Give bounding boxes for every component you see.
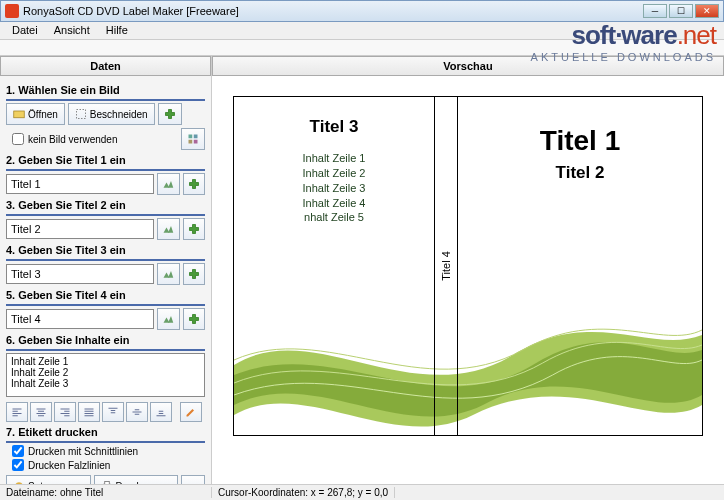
right-panel: Vorschau Titel 3 Inhalt Zeile 1 Inhalt Z… [212, 56, 724, 484]
title-4-input[interactable] [6, 309, 154, 329]
window-title: RonyaSoft CD DVD Label Maker [Freeware] [23, 5, 643, 17]
left-panel-header: Daten [0, 56, 211, 76]
title-2-add-button[interactable] [183, 218, 206, 240]
status-filename: Dateiname: ohne Titel [0, 487, 212, 498]
close-button[interactable]: ✕ [695, 4, 719, 18]
svg-rect-5 [194, 140, 198, 144]
add-image-button[interactable] [158, 103, 182, 125]
section-7-label: 7. Etikett drucken [6, 426, 205, 438]
svg-rect-4 [189, 140, 193, 144]
toolbar [0, 40, 724, 56]
svg-marker-7 [168, 181, 173, 188]
svg-marker-9 [168, 226, 173, 233]
title-1-add-button[interactable] [183, 173, 206, 195]
svg-marker-11 [168, 271, 173, 278]
svg-point-14 [15, 482, 23, 484]
minimize-button[interactable]: ─ [643, 4, 667, 18]
cover-front: Titel 1 Titel 2 [458, 97, 702, 435]
menubar: Datei Ansicht Hilfe [0, 22, 724, 40]
preview-area[interactable]: Titel 3 Inhalt Zeile 1 Inhalt Zeile 2 In… [212, 76, 724, 484]
print-cutlines-checkbox[interactable]: Drucken mit Schnittlinien [12, 445, 205, 457]
title-3-add-button[interactable] [183, 263, 206, 285]
print-foldlines-checkbox[interactable]: Drucken Falzlinien [12, 459, 205, 471]
title-3-input[interactable] [6, 264, 154, 284]
title-3-style-button[interactable] [157, 263, 180, 285]
svg-rect-16 [104, 482, 109, 485]
title-2-input[interactable] [6, 219, 154, 239]
title-1-input[interactable] [6, 174, 154, 194]
status-cursor: Cursor-Koordinaten: x = 267,8; y = 0,0 [212, 487, 395, 498]
section-1-label: 1. Wählen Sie ein Bild [6, 84, 205, 96]
section-2-label: 2. Geben Sie Titel 1 ein [6, 154, 205, 166]
title-1-style-button[interactable] [157, 173, 180, 195]
svg-rect-2 [189, 135, 193, 139]
edit-content-button[interactable] [180, 402, 202, 422]
cover-back: Titel 3 Inhalt Zeile 1 Inhalt Zeile 2 In… [234, 97, 434, 435]
menu-file[interactable]: Datei [4, 22, 46, 39]
front-title-1: Titel 1 [458, 125, 702, 157]
svg-rect-0 [14, 111, 25, 118]
maximize-button[interactable]: ☐ [669, 4, 693, 18]
svg-rect-1 [76, 110, 85, 119]
no-image-checkbox[interactable]: kein Bild verwenden [12, 133, 118, 145]
open-button[interactable]: Öffnen [6, 103, 65, 125]
spine-title: Titel 4 [440, 251, 452, 281]
valign-top-button[interactable] [102, 402, 124, 422]
title-2-style-button[interactable] [157, 218, 180, 240]
print-dropdown-button[interactable] [181, 475, 205, 484]
title-4-style-button[interactable] [157, 308, 180, 330]
valign-middle-button[interactable] [126, 402, 148, 422]
setup-button[interactable]: Setup [6, 475, 91, 484]
align-center-button[interactable] [30, 402, 52, 422]
menu-help[interactable]: Hilfe [98, 22, 136, 39]
content-textarea[interactable]: Inhalt Zeile 1 Inhalt Zeile 2 Inhalt Zei… [6, 353, 205, 397]
right-panel-header: Vorschau [212, 56, 724, 76]
status-bar: Dateiname: ohne Titel Cursor-Koordinaten… [0, 484, 724, 500]
align-right-button[interactable] [54, 402, 76, 422]
valign-bottom-button[interactable] [150, 402, 172, 422]
align-justify-button[interactable] [78, 402, 100, 422]
align-left-button[interactable] [6, 402, 28, 422]
cover-spine: Titel 4 [434, 97, 458, 435]
back-content: Inhalt Zeile 1 Inhalt Zeile 2 Inhalt Zei… [234, 151, 434, 225]
print-button[interactable]: Drucken [94, 475, 179, 484]
left-panel: Daten 1. Wählen Sie ein Bild Öffnen Besc… [0, 56, 212, 484]
titlebar: RonyaSoft CD DVD Label Maker [Freeware] … [0, 0, 724, 22]
app-icon [5, 4, 19, 18]
cover-preview: Titel 3 Inhalt Zeile 1 Inhalt Zeile 2 In… [233, 96, 703, 436]
crop-button[interactable]: Beschneiden [68, 103, 155, 125]
front-title-2: Titel 2 [458, 163, 702, 183]
back-title: Titel 3 [234, 117, 434, 137]
image-settings-button[interactable] [181, 128, 205, 150]
section-6-label: 6. Geben Sie Inhalte ein [6, 334, 205, 346]
title-4-add-button[interactable] [183, 308, 206, 330]
svg-rect-3 [194, 135, 198, 139]
section-4-label: 4. Geben Sie Titel 3 ein [6, 244, 205, 256]
section-3-label: 3. Geben Sie Titel 2 ein [6, 199, 205, 211]
svg-marker-13 [168, 316, 173, 323]
menu-view[interactable]: Ansicht [46, 22, 98, 39]
section-5-label: 5. Geben Sie Titel 4 ein [6, 289, 205, 301]
